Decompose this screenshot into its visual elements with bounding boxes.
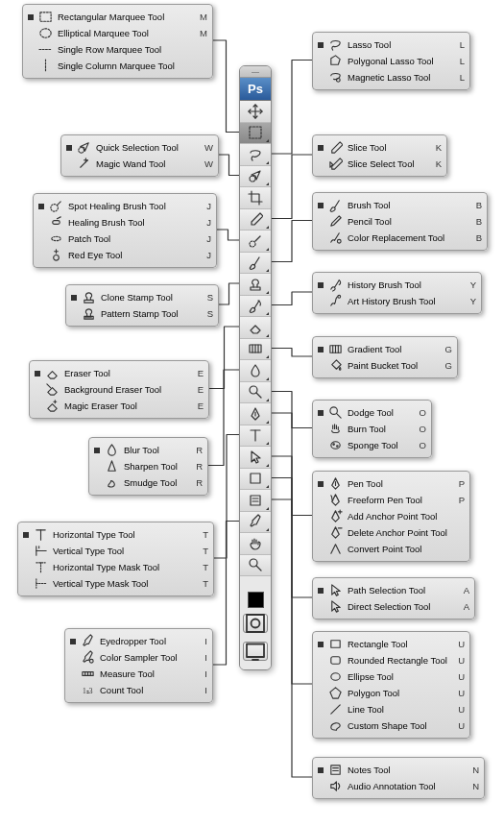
flyout-item-row-marquee[interactable]: Single Row Marquee Tool [26, 41, 209, 58]
tool-blur[interactable] [240, 360, 271, 382]
flyout-item-slice-select[interactable]: Slice Select Tool K [316, 156, 444, 172]
flyout-item-stamp[interactable]: Clone Stamp Tool S [69, 289, 215, 305]
flyout-item-mag-lasso[interactable]: Magnetic Lasso Tool L [316, 69, 467, 85]
flyout-item-pencil[interactable]: Pencil Tool B [316, 213, 484, 230]
flyout-item-sharpen[interactable]: Sharpen Tool R [92, 458, 204, 474]
tool-gradient[interactable] [240, 339, 271, 361]
flyout-item-smudge[interactable]: Smudge Tool R [92, 474, 204, 491]
flyout-item-col-marquee[interactable]: Single Column Marquee Tool [26, 58, 209, 74]
flyout-item-del-anchor[interactable]: Delete Anchor Point Tool [316, 524, 467, 541]
flyout-item-poly-lasso[interactable]: Polygonal Lasso Tool L [316, 53, 467, 69]
flyout-item-ellipse[interactable]: Ellipse Tool U [316, 668, 467, 685]
pencil-icon [328, 214, 343, 229]
palette-grip[interactable]: — [240, 66, 271, 78]
flyout-item-custom-shape[interactable]: Custom Shape Tool U [316, 717, 467, 734]
flyout-item-count[interactable]: 1₂3 Count Tool I [68, 682, 209, 698]
flyout-item-magic-eraser[interactable]: Magic Eraser Tool E [33, 398, 205, 414]
flyout-item-gradient[interactable]: Gradient Tool G [316, 341, 454, 357]
tool-hand[interactable] [240, 533, 271, 555]
tool-healing[interactable] [240, 231, 271, 253]
flyout-item-hist-brush[interactable]: History Brush Tool Y [316, 277, 478, 293]
flyout-item-rect[interactable]: Rectangle Tool U [316, 636, 467, 652]
tool-shape[interactable] [240, 469, 271, 491]
flyout-item-line[interactable]: Line Tool U [316, 701, 467, 717]
flyout-eraser: Eraser Tool E Background Eraser Tool E M… [29, 360, 209, 419]
flyout-item-color-replace[interactable]: Color Replacement Tool B [316, 230, 484, 246]
flyout-item-ellipse-marquee[interactable]: Elliptical Marquee Tool M [26, 25, 209, 41]
flyout-item-wand[interactable]: Magic Wand Tool W [64, 156, 215, 172]
fg-bg-swatch[interactable] [248, 592, 264, 608]
flyout-label: Magic Wand Tool [96, 158, 197, 169]
sharpen-icon [105, 459, 119, 474]
flyout-item-eraser[interactable]: Eraser Tool E [33, 365, 205, 381]
flyout-history-brush: History Brush Tool Y Art History Brush T… [312, 272, 482, 314]
tool-notes[interactable] [240, 490, 271, 512]
flyout-item-path-sel[interactable]: Path Selection Tool A [316, 582, 471, 598]
tool-lasso[interactable] [240, 144, 271, 166]
flyout-item-rrect[interactable]: Rounded Rectangle Tool U [316, 652, 467, 668]
tool-pen[interactable] [240, 403, 271, 425]
flyout-item-notes[interactable]: Notes Tool N [316, 762, 481, 778]
flyout-item-heal[interactable]: Healing Brush Tool J [36, 214, 213, 231]
tool-marquee[interactable] [240, 123, 271, 145]
tool-brush[interactable] [240, 253, 271, 275]
flyout-item-sponge[interactable]: Sponge Tool O [316, 437, 428, 453]
flyout-item-convert-pt[interactable]: Convert Point Tool [316, 541, 467, 557]
row-marquee-icon [38, 42, 53, 57]
flyout-item-spot-heal[interactable]: Spot Healing Brush Tool J [36, 198, 213, 214]
flyout-item-direct-sel[interactable]: Direct Selection Tool A [316, 598, 471, 615]
flyout-item-brush[interactable]: Brush Tool B [316, 197, 484, 213]
quickmask-toggle[interactable] [243, 614, 268, 633]
tool-eraser[interactable] [240, 317, 271, 339]
tool-type[interactable] [240, 425, 271, 448]
vtype-icon [34, 544, 48, 558]
quick-select-icon [77, 140, 91, 155]
rrect-icon [328, 653, 343, 668]
flyout-item-dodge[interactable]: Dodge Tool O [316, 404, 428, 421]
flyout-item-pen[interactable]: Pen Tool P [316, 475, 467, 492]
tool-zoom[interactable] [240, 555, 271, 577]
tool-slice[interactable] [240, 209, 271, 231]
flyout-item-patch[interactable]: Patch Tool J [36, 231, 213, 247]
flyout-item-vtype-mask[interactable]: Vertical Type Mask Tool T [21, 575, 210, 592]
screenmode-toggle[interactable] [243, 642, 268, 661]
flyout-label: Sharpen Tool [124, 461, 186, 472]
flyout-item-eyedropper[interactable]: Eyedropper Tool I [68, 633, 209, 649]
flyout-item-bucket[interactable]: Paint Bucket Tool G [316, 357, 454, 374]
flyout-item-add-anchor[interactable]: Add Anchor Point Tool [316, 508, 467, 524]
flyout-item-quick-select[interactable]: Quick Selection Tool W [64, 139, 215, 156]
flyout-item-htype-mask[interactable]: Horizontal Type Mask Tool T [21, 559, 210, 575]
flyout-item-rect-marquee[interactable]: Rectangular Marquee Tool M [26, 9, 209, 25]
tool-stamp[interactable] [240, 274, 271, 296]
count-icon: 1₂3 [81, 683, 95, 697]
flyout-item-lasso[interactable]: Lasso Tool L [316, 36, 467, 53]
flyout-shortcut: J [200, 250, 211, 260]
flyout-shortcut: Y [465, 279, 476, 290]
flyout-shortcut: U [453, 704, 465, 715]
flyout-item-art-hist-brush[interactable]: Art History Brush Tool Y [316, 293, 478, 309]
flyout-item-slice[interactable]: Slice Tool K [316, 139, 444, 156]
flyout-item-bg-eraser[interactable]: Background Eraser Tool E [33, 381, 205, 398]
flyout-item-color-sampler[interactable]: Color Sampler Tool I [68, 649, 209, 666]
flyout-item-htype[interactable]: Horizontal Type Tool T [21, 526, 210, 543]
flyout-item-vtype[interactable]: Vertical Type Tool T [21, 543, 210, 559]
flyout-item-measure[interactable]: Measure Tool I [68, 666, 209, 682]
flyout-label: Color Sampler Tool [100, 652, 191, 663]
flyout-item-audio-note[interactable]: Audio Annotation Tool N [316, 778, 481, 794]
flyout-item-redeye[interactable]: Red Eye Tool J [36, 247, 213, 263]
tool-quick-select[interactable] [240, 166, 271, 188]
flyout-item-polygon[interactable]: Polygon Tool U [316, 685, 467, 701]
tools-palette: — Ps [239, 65, 272, 670]
tool-path-select[interactable] [240, 447, 271, 469]
flyout-shortcut: L [453, 72, 465, 83]
tool-crop[interactable] [240, 187, 271, 209]
flyout-item-blur[interactable]: Blur Tool R [92, 442, 204, 458]
flyout-item-freeform-pen[interactable]: Freeform Pen Tool P [316, 492, 467, 508]
tool-move[interactable] [240, 101, 271, 123]
flyout-item-burn[interactable]: Burn Tool O [316, 421, 428, 437]
tool-eyedropper[interactable] [240, 512, 271, 534]
flyout-label: Count Tool [100, 685, 191, 695]
flyout-item-pattern-stamp[interactable]: Pattern Stamp Tool S [69, 305, 215, 322]
tool-history-brush[interactable] [240, 296, 271, 318]
tool-dodge[interactable] [240, 382, 271, 404]
